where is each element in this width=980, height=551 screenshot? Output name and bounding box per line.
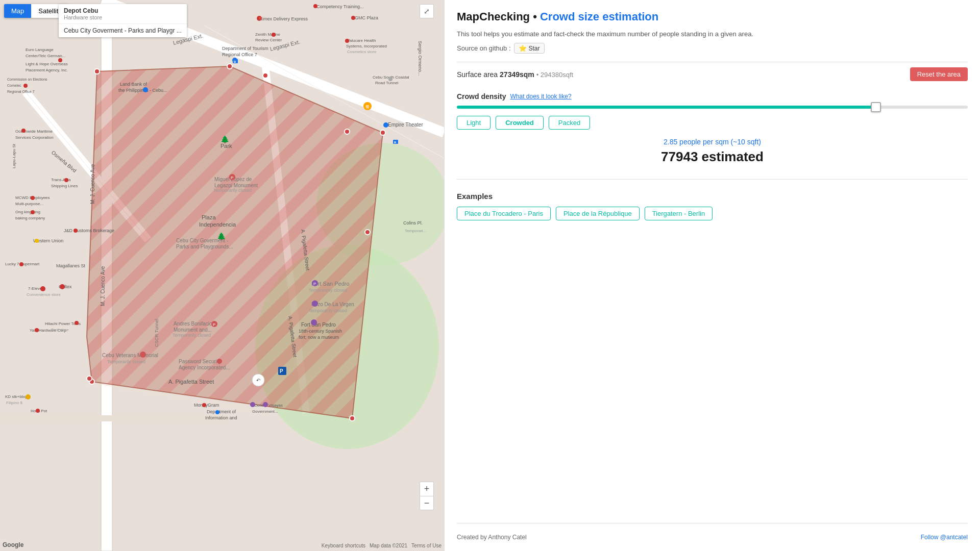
svg-text:18th-century Spanish: 18th-century Spanish: [299, 329, 342, 334]
svg-point-66: [312, 300, 318, 307]
svg-text:M. J. Cuenco Ave: M. J. Cuenco Ave: [90, 164, 95, 204]
svg-text:Zenith Marine: Zenith Marine: [255, 32, 280, 37]
svg-text:Andres Bonifacio: Andres Bonifacio: [174, 321, 212, 327]
svg-text:🌲: 🌲: [217, 232, 226, 241]
svg-point-105: [23, 84, 28, 88]
map-section: Legaspi Ext. Legaspi Ext. M. J. Cuenco A…: [0, 0, 444, 551]
svg-point-55: [217, 359, 222, 364]
example-republique-button[interactable]: Place de la République: [556, 207, 640, 220]
svg-point-68: [383, 122, 388, 128]
footer-follow-link[interactable]: Follow @antcatel: [921, 534, 968, 541]
density-crowded-button[interactable]: Crowded: [496, 116, 544, 130]
what-does-it-look-like-link[interactable]: What does it look like?: [510, 93, 571, 100]
svg-text:CSCR Tunnel: CSCR Tunnel: [154, 319, 159, 347]
density-buttons: Light Crowded Packed: [457, 116, 968, 130]
svg-text:Filipino $: Filipino $: [6, 400, 23, 405]
svg-text:Temporarily closed: Temporarily closed: [173, 333, 211, 338]
fullscreen-button[interactable]: ⤢: [420, 4, 434, 18]
svg-text:J&D Customs Brokerage: J&D Customs Brokerage: [64, 228, 114, 233]
terms-of-use-link[interactable]: Terms of Use: [411, 543, 442, 548]
svg-point-127: [40, 286, 45, 291]
example-trocadero-button[interactable]: Place du Trocadero - Paris: [457, 207, 551, 220]
svg-text:fort; now a museum: fort; now a museum: [299, 335, 339, 340]
map-tab-map[interactable]: Map: [4, 4, 31, 18]
svg-text:Password Security: Password Security: [179, 359, 221, 364]
svg-text:baking company: baking company: [15, 216, 45, 220]
zoom-out-button[interactable]: −: [420, 496, 434, 510]
svg-text:Center/Telc German...: Center/Telc German...: [26, 54, 65, 58]
svg-text:Oceanwide Maritime: Oceanwide Maritime: [15, 129, 53, 134]
svg-text:Valucare Health: Valucare Health: [347, 38, 376, 43]
svg-point-23: [94, 69, 100, 74]
map-attribution: Keyboard shortcuts Map data ©2021 Terms …: [322, 543, 442, 548]
density-slider-container: [457, 106, 968, 109]
reset-area-button[interactable]: Reset the area: [910, 67, 968, 81]
svg-text:Fort San Pedro: Fort San Pedro: [301, 322, 336, 328]
svg-text:Road Tunnel: Road Tunnel: [375, 81, 399, 85]
panel-description: This tool helps you estimate and fact-ch…: [457, 30, 968, 39]
fullscreen-icon: ⤢: [424, 7, 430, 15]
svg-point-52: [140, 352, 146, 358]
github-star-button[interactable]: ⭐ Star: [514, 43, 545, 54]
svg-point-18: [380, 130, 385, 135]
search-result-1[interactable]: Depot Cebu Hardware store: [59, 4, 187, 24]
examples-buttons: Place du Trocadero - Paris Place de la R…: [457, 207, 968, 220]
estimated-count: 77943 estimated: [457, 149, 968, 165]
svg-text:Department of Tourism: Department of Tourism: [222, 46, 268, 51]
svg-text:Government...: Government...: [252, 409, 278, 414]
svg-point-84: [272, 33, 276, 37]
svg-text:P: P: [313, 282, 316, 286]
zoom-in-button[interactable]: +: [420, 482, 434, 496]
surface-area-label: Surface area 27349sqm • 294380sqft: [457, 70, 573, 79]
svg-point-96: [388, 77, 393, 81]
google-logo: Google: [3, 541, 23, 548]
source-label: Source on github :: [457, 44, 511, 52]
svg-text:Euro Language: Euro Language: [26, 47, 54, 52]
svg-point-123: [19, 262, 23, 266]
svg-point-15: [227, 64, 232, 69]
svg-point-16: [263, 73, 268, 78]
panel-title: MapChecking • Crowd size estimation: [457, 10, 658, 23]
svg-text:Park: Park: [220, 143, 232, 149]
keyboard-shortcuts-link[interactable]: Keyboard shortcuts: [322, 543, 365, 548]
people-per-sqm: 2.85 people per sqm (~10 sqft): [457, 138, 968, 146]
svg-text:餐: 餐: [365, 105, 370, 109]
density-slider-thumb[interactable]: [871, 102, 881, 112]
svg-text:Information and: Information and: [205, 415, 237, 420]
svg-text:Regional Office 7: Regional Office 7: [222, 52, 257, 57]
example-tiergatern-button[interactable]: Tiergatern - Berlin: [645, 207, 713, 220]
svg-point-101: [58, 58, 62, 62]
map-background[interactable]: Legaspi Ext. Legaspi Ext. M. J. Cuenco A…: [0, 0, 444, 551]
svg-point-88: [313, 4, 317, 8]
svg-text:Land Bank of: Land Bank of: [120, 82, 148, 87]
svg-text:M. J. Cuenco Ave: M. J. Cuenco Ave: [100, 266, 106, 306]
crowd-density-section: Crowd density What does it look like? Li…: [457, 92, 968, 175]
map-zoom-controls: + −: [420, 482, 434, 510]
svg-text:Central Visayas: Central Visayas: [254, 403, 283, 408]
svg-text:🌲: 🌲: [220, 135, 230, 144]
density-slider-track[interactable]: [457, 106, 968, 109]
svg-point-19: [365, 230, 370, 235]
panel-source: Source on github : ⭐ Star: [457, 43, 968, 54]
svg-text:Parks and Playgrounds...: Parks and Playgrounds...: [176, 244, 233, 249]
svg-text:GMC Plaza: GMC Plaza: [355, 15, 378, 20]
svg-text:📍: 📍: [258, 17, 262, 21]
svg-text:A. Pigafetta Street: A. Pigafetta Street: [168, 379, 214, 385]
svg-text:P: P: [231, 176, 233, 180]
svg-text:Ximex Delivery Express: Ximex Delivery Express: [259, 16, 308, 21]
svg-text:Temporarily closed: Temporarily closed: [213, 188, 252, 193]
svg-point-86: [351, 16, 355, 20]
density-light-button[interactable]: Light: [457, 116, 491, 130]
svg-text:Agency Incorporated...: Agency Incorporated...: [179, 365, 230, 370]
density-packed-button[interactable]: Packed: [549, 116, 590, 130]
svg-text:Magallanes St: Magallanes St: [56, 263, 86, 268]
search-result-2[interactable]: Cebu City Goverment - Parks and Playgr .…: [59, 24, 187, 37]
svg-text:P: P: [280, 368, 283, 374]
svg-text:Placement Agency, Inc.: Placement Agency, Inc.: [26, 68, 68, 72]
svg-text:Plaza: Plaza: [202, 214, 216, 220]
svg-text:the Philippines - Cebu...: the Philippines - Cebu...: [118, 88, 167, 93]
svg-point-22: [87, 376, 92, 381]
examples-section: Examples Place du Trocadero - Paris Plac…: [457, 192, 968, 220]
svg-point-141: [202, 403, 206, 407]
github-icon: ⭐: [519, 44, 527, 52]
